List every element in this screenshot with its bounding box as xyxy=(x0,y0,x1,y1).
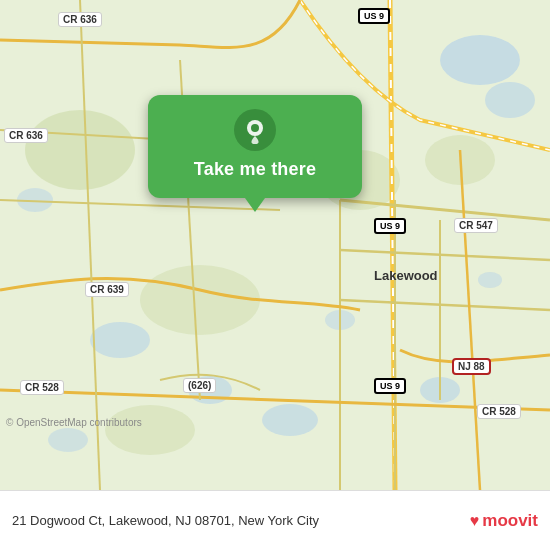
bottom-bar: 21 Dogwood Ct, Lakewood, NJ 08701, New Y… xyxy=(0,490,550,550)
road-label-nj88: NJ 88 xyxy=(452,358,491,375)
road-label-cr547: CR 547 xyxy=(454,218,498,233)
moovit-logo: ♥ moovit xyxy=(470,511,538,531)
road-label-cr528-left: CR 528 xyxy=(20,380,64,395)
svg-point-10 xyxy=(478,272,502,288)
svg-point-9 xyxy=(48,428,88,452)
road-label-cr636-top: CR 636 xyxy=(58,12,102,27)
city-label: Lakewood xyxy=(374,268,438,283)
svg-point-5 xyxy=(262,404,318,436)
callout-label: Take me there xyxy=(194,159,316,180)
road-label-cr636-left: CR 636 xyxy=(4,128,48,143)
location-pin-icon xyxy=(234,109,276,151)
road-label-cr639: CR 639 xyxy=(85,282,129,297)
svg-point-18 xyxy=(251,124,259,132)
address-text: 21 Dogwood Ct, Lakewood, NJ 08701, New Y… xyxy=(12,513,470,528)
svg-point-12 xyxy=(140,265,260,335)
us9-shield-top: US 9 xyxy=(358,8,390,24)
svg-point-14 xyxy=(105,405,195,455)
svg-point-3 xyxy=(90,322,150,358)
us9-shield-mid: US 9 xyxy=(374,218,406,234)
moovit-heart-icon: ♥ xyxy=(470,512,480,530)
us9-shield-bottom: US 9 xyxy=(374,378,406,394)
svg-point-1 xyxy=(440,35,520,85)
svg-point-11 xyxy=(25,110,135,190)
road-label-626: (626) xyxy=(183,378,216,393)
moovit-text: moovit xyxy=(482,511,538,531)
road-label-cr528-right: CR 528 xyxy=(477,404,521,419)
take-me-there-callout[interactable]: Take me there xyxy=(148,95,362,198)
svg-point-2 xyxy=(485,82,535,118)
map-view: Take me there CR 636 CR 636 CR 639 CR 52… xyxy=(0,0,550,490)
osm-credit: © OpenStreetMap contributors xyxy=(6,417,142,428)
